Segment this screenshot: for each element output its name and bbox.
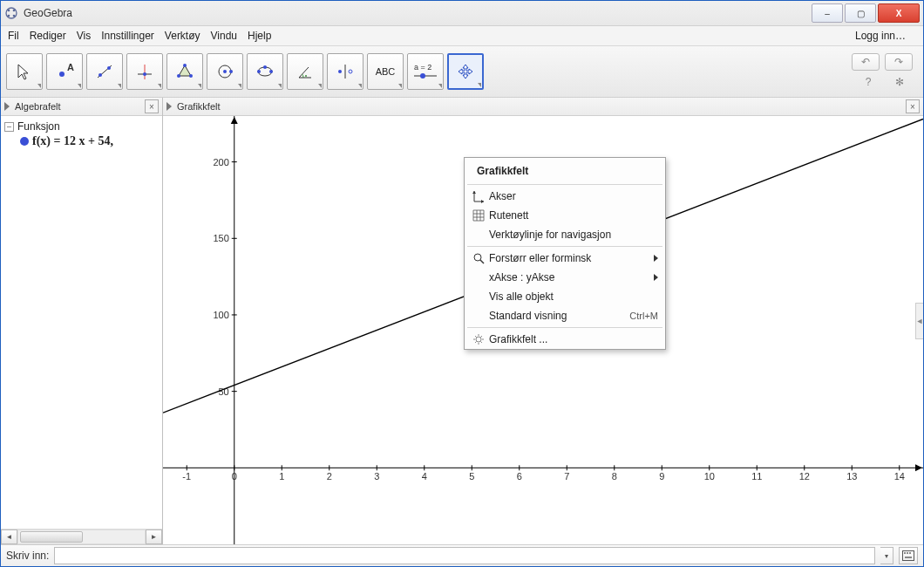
tool-perpendicular[interactable] <box>126 53 163 90</box>
gear-icon: ✻ <box>895 76 904 88</box>
svg-text:14: 14 <box>894 471 905 482</box>
tool-circle[interactable] <box>207 53 243 90</box>
tool-text[interactable]: ABC <box>367 53 404 90</box>
tree-function[interactable]: f(x) = 12 x + 54, <box>4 133 159 149</box>
scroll-right-button[interactable]: ► <box>146 529 162 544</box>
tool-ellipse[interactable] <box>247 53 283 90</box>
tool-polygon[interactable] <box>166 53 203 90</box>
svg-rect-87 <box>904 552 906 554</box>
context-properties[interactable]: Grafikkfelt ... <box>465 330 665 349</box>
graphics-panel-title: Grafikkfelt <box>177 101 221 112</box>
titlebar[interactable]: GeoGebra – ▢ X <box>1 1 923 26</box>
maximize-button[interactable]: ▢ <box>845 3 876 23</box>
tool-reflect[interactable] <box>327 53 363 90</box>
svg-point-1 <box>8 10 10 12</box>
context-standard-label: Standard visning <box>489 310 629 322</box>
context-axes[interactable]: Akser <box>465 187 665 206</box>
svg-text:13: 13 <box>846 471 857 482</box>
toolbar-prefs-button[interactable]: ✻ <box>887 74 913 90</box>
menu-window[interactable]: Vindu <box>211 30 237 42</box>
tool-line[interactable] <box>86 53 123 90</box>
svg-line-82 <box>475 336 477 338</box>
menu-settings[interactable]: Innstillinger <box>101 30 154 42</box>
context-ratio[interactable]: xAkse : yAkse <box>465 268 665 287</box>
window-title: GeoGebra <box>24 7 810 19</box>
toolbar-help-button[interactable]: ? <box>855 74 881 90</box>
input-history-dropdown[interactable]: ▾ <box>880 547 893 564</box>
svg-text:9: 9 <box>659 471 664 482</box>
keyboard-icon <box>902 550 914 561</box>
command-input[interactable] <box>54 547 875 564</box>
menu-view[interactable]: Vis <box>77 30 91 42</box>
algebra-tree[interactable]: – Funksjon f(x) = 12 x + 54, <box>1 116 162 529</box>
menu-login[interactable]: Logg inn… <box>855 30 906 42</box>
ellipse-icon <box>255 62 275 81</box>
svg-text:4: 4 <box>422 471 427 482</box>
svg-text:100: 100 <box>213 310 228 320</box>
expand-icon <box>4 102 10 111</box>
menu-edit[interactable]: Rediger <box>30 30 66 42</box>
svg-point-12 <box>143 72 146 76</box>
svg-text:3: 3 <box>374 471 379 482</box>
context-navbar[interactable]: Verktøylinje for navigasjon <box>465 225 665 244</box>
grid-icon <box>472 209 485 222</box>
svg-text:2: 2 <box>327 471 332 482</box>
svg-point-5 <box>59 72 65 77</box>
redo-button[interactable]: ↷ <box>885 53 913 71</box>
tool-angle[interactable] <box>287 53 323 90</box>
algebra-panel-header[interactable]: Algebrafelt × <box>1 98 162 116</box>
help-icon: ? <box>866 76 872 88</box>
svg-text:5: 5 <box>469 471 474 482</box>
virtual-keyboard-button[interactable] <box>899 547 918 564</box>
algebra-hscrollbar[interactable]: ◄ ► <box>1 529 162 544</box>
undo-button[interactable]: ↶ <box>852 53 880 71</box>
menu-file[interactable]: Fil <box>8 30 19 42</box>
toolbar-right: ↶ ↷ ? ✻ <box>852 53 918 90</box>
algebra-panel-close[interactable]: × <box>145 99 159 113</box>
minimize-button[interactable]: – <box>812 3 843 23</box>
move-view-icon <box>456 62 475 81</box>
context-title: Grafikkfelt <box>465 158 665 182</box>
svg-point-4 <box>13 15 16 17</box>
svg-text:a = 2: a = 2 <box>414 63 431 72</box>
graphics-panel-header[interactable]: Grafikkfelt × <box>163 98 923 116</box>
function-visibility-dot[interactable] <box>20 137 29 146</box>
magnifier-icon <box>472 252 485 264</box>
graphics-panel-close[interactable]: × <box>906 99 920 113</box>
app-window: GeoGebra – ▢ X Fil Rediger Vis Innstilli… <box>0 0 924 567</box>
svg-text:200: 200 <box>213 157 228 167</box>
context-zoom[interactable]: Forstørr eller forminsk <box>465 249 665 268</box>
context-showall[interactable]: Vis alle objekt <box>465 287 665 306</box>
context-navbar-label: Verktøylinje for navigasjon <box>489 229 658 241</box>
side-puller[interactable]: ◄ <box>915 303 923 339</box>
point-icon: A <box>55 62 74 81</box>
svg-text:8: 8 <box>612 471 617 482</box>
tool-move[interactable] <box>6 53 43 90</box>
tool-point[interactable]: A <box>46 53 83 90</box>
svg-point-9 <box>107 66 111 70</box>
tree-toggle-icon[interactable]: – <box>4 122 14 132</box>
svg-text:A: A <box>67 62 74 72</box>
menu-tools[interactable]: Verktøy <box>165 30 200 42</box>
context-standard[interactable]: Standard visning Ctrl+M <box>465 306 665 325</box>
graphics-canvas[interactable]: -10123456789101112131450100150200 Grafik… <box>163 116 923 544</box>
menubar: Fil Rediger Vis Innstillinger Verktøy Vi… <box>1 26 923 46</box>
tree-category[interactable]: – Funksjon <box>4 120 159 133</box>
svg-point-30 <box>420 73 425 79</box>
context-properties-label: Grafikkfelt ... <box>489 333 658 345</box>
context-grid[interactable]: Rutenett <box>465 206 665 225</box>
perpendicular-icon <box>135 62 154 81</box>
close-button[interactable]: X <box>878 3 920 23</box>
svg-line-83 <box>481 342 483 344</box>
scroll-left-button[interactable]: ◄ <box>1 529 17 544</box>
function-expression: f(x) = 12 x + 54, <box>32 134 113 148</box>
scroll-track[interactable] <box>17 529 146 544</box>
scroll-thumb[interactable] <box>20 531 83 543</box>
svg-line-76 <box>480 260 484 263</box>
svg-point-21 <box>257 70 261 73</box>
tool-slider[interactable]: a = 2 <box>407 53 444 90</box>
svg-point-0 <box>6 8 17 18</box>
tool-move-view[interactable] <box>447 53 484 90</box>
menu-help[interactable]: Hjelp <box>248 30 271 42</box>
svg-text:-1: -1 <box>182 471 191 482</box>
